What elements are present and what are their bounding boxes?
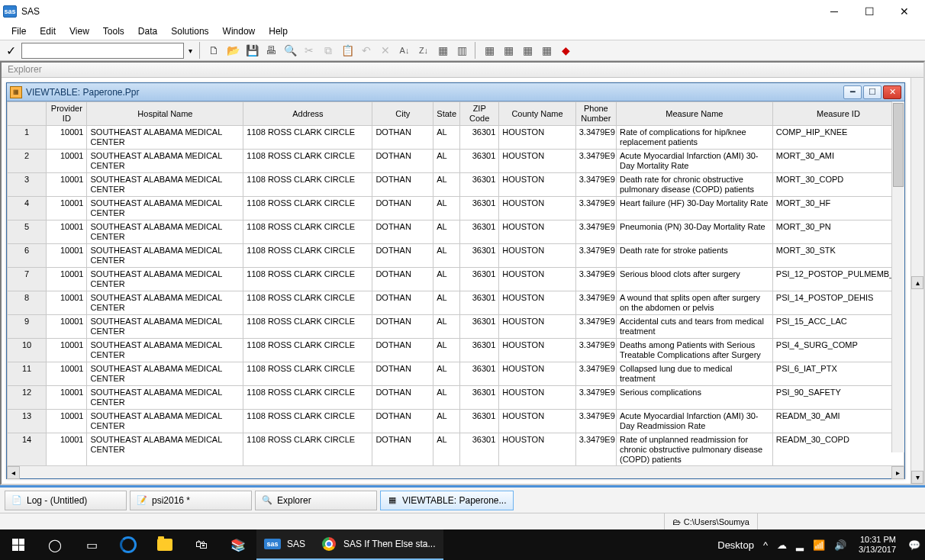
cell[interactable]: 36301 bbox=[460, 362, 499, 386]
data-grid[interactable]: Provider IDHospital NameAddressCityState… bbox=[7, 101, 904, 465]
cell[interactable]: 10001 bbox=[47, 244, 87, 268]
cell[interactable]: SOUTHEAST ALABAMA MEDICAL CENTER bbox=[87, 433, 243, 466]
table-row[interactable]: 1110001SOUTHEAST ALABAMA MEDICAL CENTER1… bbox=[8, 362, 904, 386]
cell[interactable]: SOUTHEAST ALABAMA MEDICAL CENTER bbox=[87, 220, 243, 244]
cell[interactable]: 3.3479E9 bbox=[575, 197, 616, 220]
cell[interactable]: Serious blood clots after surgery bbox=[616, 268, 772, 291]
open-icon[interactable]: 📂 bbox=[224, 42, 241, 59]
cell[interactable]: DOTHAN bbox=[372, 362, 433, 386]
column-header[interactable]: Address bbox=[243, 102, 372, 126]
file-explorer-icon[interactable] bbox=[147, 529, 183, 560]
cell[interactable]: AL bbox=[433, 197, 460, 220]
cell[interactable]: 10001 bbox=[47, 268, 87, 291]
column-header[interactable]: Measure ID bbox=[772, 102, 904, 126]
row-header[interactable]: 4 bbox=[8, 197, 47, 220]
cell[interactable]: 36301 bbox=[460, 173, 499, 197]
action-center-icon[interactable]: 💬 bbox=[904, 539, 925, 551]
scroll-up-icon[interactable]: ▴ bbox=[911, 276, 923, 289]
cell[interactable]: HOUSTON bbox=[499, 126, 575, 150]
table-row[interactable]: 710001SOUTHEAST ALABAMA MEDICAL CENTER11… bbox=[8, 268, 904, 291]
cell[interactable]: SOUTHEAST ALABAMA MEDICAL CENTER bbox=[87, 150, 243, 173]
cell[interactable]: READM_30_AMI bbox=[772, 410, 904, 433]
store-icon[interactable]: 🛍 bbox=[183, 529, 220, 560]
grid-horizontal-scrollbar[interactable]: ◂ ▸ bbox=[7, 465, 904, 478]
copy-icon[interactable]: ⧉ bbox=[320, 42, 337, 59]
table-row[interactable]: 510001SOUTHEAST ALABAMA MEDICAL CENTER11… bbox=[8, 220, 904, 244]
child-maximize-button[interactable]: ☐ bbox=[863, 85, 881, 99]
row-header[interactable]: 12 bbox=[8, 386, 47, 410]
cell[interactable]: HOUSTON bbox=[499, 386, 575, 410]
cell[interactable]: 1108 ROSS CLARK CIRCLE bbox=[243, 268, 372, 291]
cell[interactable]: DOTHAN bbox=[372, 244, 433, 268]
cell[interactable]: DOTHAN bbox=[372, 173, 433, 197]
add-row-icon[interactable]: ▦ bbox=[519, 42, 536, 59]
menu-window[interactable]: Window bbox=[216, 24, 263, 38]
child-minimize-button[interactable]: ━ bbox=[843, 85, 862, 99]
cell[interactable]: 1108 ROSS CLARK CIRCLE bbox=[243, 433, 372, 466]
cell[interactable]: SOUTHEAST ALABAMA MEDICAL CENTER bbox=[87, 339, 243, 362]
cell[interactable]: 10001 bbox=[47, 173, 87, 197]
row-header[interactable]: 10 bbox=[8, 339, 47, 362]
cell[interactable]: Deaths among Patients with Serious Treat… bbox=[616, 339, 772, 362]
table-row[interactable]: 310001SOUTHEAST ALABAMA MEDICAL CENTER11… bbox=[8, 173, 904, 197]
clear-icon[interactable]: ✕ bbox=[377, 42, 394, 59]
cell[interactable]: 1108 ROSS CLARK CIRCLE bbox=[243, 173, 372, 197]
table-row[interactable]: 1010001SOUTHEAST ALABAMA MEDICAL CENTER1… bbox=[8, 339, 904, 362]
cell[interactable]: AL bbox=[433, 362, 460, 386]
table-row[interactable]: 810001SOUTHEAST ALABAMA MEDICAL CENTER11… bbox=[8, 291, 904, 315]
cell[interactable]: 10001 bbox=[47, 362, 87, 386]
table-row[interactable]: 910001SOUTHEAST ALABAMA MEDICAL CENTER11… bbox=[8, 315, 904, 339]
cell[interactable]: Acute Myocardial Infarction (AMI) 30-Day… bbox=[616, 150, 772, 173]
cell[interactable]: 10001 bbox=[47, 291, 87, 315]
column-header[interactable]: City bbox=[372, 102, 433, 126]
cell[interactable]: 10001 bbox=[47, 339, 87, 362]
cell[interactable]: 3.3479E9 bbox=[575, 173, 616, 197]
cell[interactable]: 10001 bbox=[47, 386, 87, 410]
show-desktop-label[interactable]: Desktop bbox=[713, 539, 759, 551]
cell[interactable]: Heart failure (HF) 30-Day Mortality Rate bbox=[616, 197, 772, 220]
scroll-left-icon[interactable]: ◂ bbox=[7, 466, 20, 479]
minimize-button[interactable]: ─ bbox=[817, 0, 852, 23]
cell[interactable]: 36301 bbox=[460, 268, 499, 291]
hide-unhide-icon[interactable]: ▦ bbox=[538, 42, 555, 59]
row-header[interactable]: 11 bbox=[8, 362, 47, 386]
cell[interactable]: MORT_30_HF bbox=[772, 197, 904, 220]
cell[interactable]: A wound that splits open after surgery o… bbox=[616, 291, 772, 315]
cell[interactable]: AL bbox=[433, 244, 460, 268]
cell[interactable]: SOUTHEAST ALABAMA MEDICAL CENTER bbox=[87, 386, 243, 410]
cell[interactable]: 1108 ROSS CLARK CIRCLE bbox=[243, 197, 372, 220]
cell[interactable]: AL bbox=[433, 220, 460, 244]
cell[interactable]: 36301 bbox=[460, 339, 499, 362]
cut-icon[interactable]: ✂ bbox=[301, 42, 317, 59]
commit-icon[interactable]: ▦ bbox=[500, 42, 517, 59]
row-header[interactable]: 5 bbox=[8, 220, 47, 244]
cell[interactable]: 3.3479E9 bbox=[575, 220, 616, 244]
winrar-icon[interactable]: 📚 bbox=[220, 529, 256, 560]
row-header[interactable]: 8 bbox=[8, 291, 47, 315]
cell[interactable]: 10001 bbox=[47, 220, 87, 244]
volume-icon[interactable]: 🔊 bbox=[830, 539, 851, 551]
cell[interactable]: AL bbox=[433, 433, 460, 466]
cell[interactable]: 1108 ROSS CLARK CIRCLE bbox=[243, 150, 372, 173]
cell[interactable]: DOTHAN bbox=[372, 220, 433, 244]
print-icon[interactable]: 🖶 bbox=[263, 42, 279, 59]
child-close-button[interactable]: ✕ bbox=[883, 85, 901, 99]
cell[interactable]: 3.3479E9 bbox=[575, 410, 616, 433]
menu-file[interactable]: File bbox=[5, 24, 33, 38]
cell[interactable]: 36301 bbox=[460, 220, 499, 244]
cell[interactable]: 3.3479E9 bbox=[575, 339, 616, 362]
cell[interactable]: 36301 bbox=[460, 244, 499, 268]
cell[interactable]: 36301 bbox=[460, 150, 499, 173]
cell[interactable]: HOUSTON bbox=[499, 410, 575, 433]
row-header[interactable]: 2 bbox=[8, 150, 47, 173]
cell[interactable]: AL bbox=[433, 173, 460, 197]
cell[interactable]: HOUSTON bbox=[499, 244, 575, 268]
save-icon[interactable]: 💾 bbox=[243, 42, 260, 59]
cell[interactable]: SOUTHEAST ALABAMA MEDICAL CENTER bbox=[87, 315, 243, 339]
scroll-down-icon[interactable]: ▾ bbox=[911, 471, 923, 484]
column-header[interactable]: Provider ID bbox=[47, 102, 87, 126]
cell[interactable]: 10001 bbox=[47, 410, 87, 433]
cell[interactable]: HOUSTON bbox=[499, 362, 575, 386]
print-preview-icon[interactable]: 🔍 bbox=[282, 42, 298, 59]
cell[interactable]: HOUSTON bbox=[499, 220, 575, 244]
